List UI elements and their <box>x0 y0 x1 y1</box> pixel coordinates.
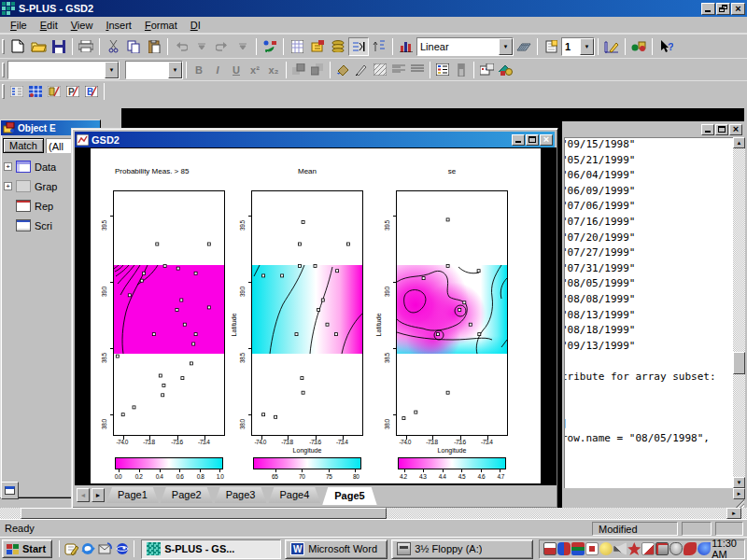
chevron-down-icon[interactable] <box>580 38 594 55</box>
match-button[interactable]: Match <box>3 138 44 153</box>
underline-button[interactable]: U <box>227 61 246 79</box>
legend-button[interactable] <box>433 61 452 79</box>
vertical-text-button[interactable] <box>452 61 471 79</box>
mouse-icon[interactable] <box>669 542 683 555</box>
tab-page3[interactable]: Page3 <box>215 487 267 503</box>
redo-dropdown-button[interactable] <box>233 37 253 56</box>
quicklaunch-notes-button[interactable] <box>63 539 79 558</box>
stats-b-button[interactable]: B <box>82 83 101 100</box>
conditioning-button[interactable] <box>628 37 649 56</box>
scroll-right-button[interactable]: ► <box>733 488 745 499</box>
new-document-button[interactable] <box>7 37 28 56</box>
redo-button[interactable] <box>212 37 233 56</box>
sort-button[interactable] <box>369 37 389 56</box>
agent-icon[interactable] <box>585 542 599 555</box>
refresh-links-button[interactable] <box>260 37 280 56</box>
font-name-combo[interactable] <box>7 61 120 79</box>
horizontal-scrollbar[interactable]: ► <box>0 508 747 519</box>
menu-item-insert[interactable]: Insert <box>99 18 138 33</box>
exp-plus-icon[interactable]: + <box>4 162 12 171</box>
undo-dropdown-button[interactable] <box>191 37 212 56</box>
edit-graph-button[interactable] <box>601 37 622 56</box>
print-button[interactable] <box>76 37 96 56</box>
tabs-scroll-left-button[interactable]: ◄ <box>77 488 90 502</box>
histogram-button[interactable] <box>396 37 416 56</box>
menu-item-format[interactable]: Format <box>138 18 184 33</box>
exp-plus-icon[interactable]: + <box>4 182 12 190</box>
align-center-button[interactable] <box>408 61 427 79</box>
bold-button[interactable]: B <box>190 61 208 79</box>
scrollbar-thumb[interactable] <box>733 352 745 374</box>
undo-button[interactable] <box>171 37 191 56</box>
tabulate-button[interactable] <box>7 83 26 100</box>
task-button-1[interactable]: S-PLUS - GS... <box>141 539 281 559</box>
cut-button[interactable] <box>103 37 123 56</box>
fill-color-button[interactable] <box>333 61 352 79</box>
save-button[interactable] <box>49 37 69 56</box>
close-button[interactable]: × <box>731 3 745 15</box>
start-button[interactable]: Start <box>2 539 52 558</box>
restore-button[interactable] <box>716 3 730 15</box>
pattern-button[interactable] <box>371 61 389 79</box>
toolbar-handle[interactable] <box>2 39 5 54</box>
script-text[interactable]: "09/15/1998""05/21/1999""06/04/1999""06/… <box>564 137 733 488</box>
menu-item-file[interactable]: File <box>4 18 34 33</box>
scheduler-icon[interactable] <box>543 542 557 555</box>
page-setup-button[interactable] <box>477 61 496 79</box>
tab-page4[interactable]: Page4 <box>268 487 320 503</box>
task-button-3[interactable]: 3½ Floppy (A:) <box>391 539 533 559</box>
books-icon[interactable] <box>571 542 585 555</box>
tab-page5[interactable]: Page5 <box>322 487 376 505</box>
ati-icon[interactable] <box>684 542 697 555</box>
maximize-button[interactable] <box>526 134 539 146</box>
select-data-button[interactable] <box>348 37 369 56</box>
scrollbar-thumb[interactable] <box>21 508 387 519</box>
align-left-button[interactable] <box>389 61 408 79</box>
maximize-button[interactable] <box>715 124 728 135</box>
page-number-combo[interactable]: 1 <box>561 37 595 56</box>
line-style-button[interactable] <box>352 61 371 79</box>
stats-d-button[interactable] <box>45 83 63 100</box>
task-button-2[interactable]: WMicrosoft Word <box>285 539 388 559</box>
toolbar-handle[interactable] <box>2 63 5 77</box>
chevron-down-icon[interactable] <box>105 62 119 78</box>
graph-wizard-button[interactable] <box>496 61 514 79</box>
bring-to-front-button[interactable] <box>289 61 308 79</box>
pccard-icon[interactable] <box>655 542 669 555</box>
battery-icon[interactable] <box>557 542 571 555</box>
new-datasheet-button[interactable] <box>287 37 307 56</box>
scroll-up-button[interactable]: ▲ <box>733 137 745 148</box>
open-button[interactable] <box>28 37 49 56</box>
close-button[interactable]: × <box>540 134 553 146</box>
fit-type-combo[interactable]: Linear <box>416 37 514 56</box>
redman-icon[interactable] <box>627 542 641 555</box>
copy-button[interactable] <box>123 37 144 56</box>
data-window-button[interactable] <box>26 83 45 100</box>
vertical-scrollbar[interactable]: ▲ ▼ <box>733 137 745 488</box>
minimize-button[interactable] <box>701 3 715 15</box>
close-button[interactable]: × <box>729 124 742 135</box>
subscript-button[interactable]: x₂ <box>264 61 283 79</box>
quicklaunch-outlook-button[interactable] <box>97 539 114 558</box>
task-check-icon[interactable] <box>641 542 655 555</box>
quicklaunch-channels-button[interactable] <box>114 539 131 558</box>
toolbar-handle[interactable] <box>2 84 5 99</box>
tabs-scroll-right-button[interactable]: ► <box>92 488 105 502</box>
superscript-button[interactable]: x² <box>246 61 264 79</box>
scroll-down-button[interactable]: ▼ <box>733 477 745 488</box>
stats-p-button[interactable]: P <box>63 83 82 100</box>
quicklaunch-ie-button[interactable] <box>79 539 96 558</box>
import-data-button[interactable] <box>307 37 328 56</box>
minimized-window-button[interactable] <box>1 482 19 499</box>
object-browser-button[interactable] <box>328 37 348 56</box>
scroll-right-button[interactable]: ► <box>726 508 741 519</box>
volume-icon[interactable] <box>613 542 627 555</box>
graphsheet-button[interactable] <box>541 37 561 56</box>
send-to-back-button[interactable] <box>308 61 327 79</box>
help-pointer-button[interactable]: ? <box>655 37 676 56</box>
menu-item-di[interactable]: DI <box>184 18 207 33</box>
tab-page1[interactable]: Page1 <box>106 487 159 503</box>
italic-button[interactable]: I <box>208 61 227 79</box>
tab-page2[interactable]: Page2 <box>161 487 213 503</box>
paste-button[interactable] <box>144 37 164 56</box>
